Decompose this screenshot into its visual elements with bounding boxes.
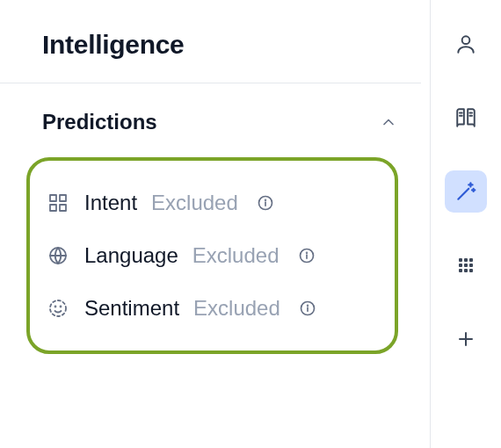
rail-add-button[interactable] bbox=[445, 318, 487, 360]
chevron-up-icon bbox=[379, 112, 398, 132]
svg-rect-32 bbox=[464, 264, 468, 267]
svg-point-18 bbox=[462, 36, 470, 44]
right-rail bbox=[430, 0, 501, 448]
prediction-status: Excluded bbox=[193, 296, 280, 321]
svg-rect-0 bbox=[50, 195, 56, 201]
info-icon[interactable] bbox=[298, 299, 317, 318]
svg-point-14 bbox=[61, 307, 62, 307]
svg-rect-30 bbox=[469, 258, 473, 262]
prediction-item-sentiment[interactable]: Sentiment Excluded bbox=[46, 282, 379, 335]
svg-rect-31 bbox=[459, 264, 462, 267]
svg-point-6 bbox=[265, 199, 265, 200]
svg-point-11 bbox=[306, 252, 307, 253]
rail-book-button[interactable] bbox=[445, 97, 487, 139]
svg-rect-34 bbox=[459, 269, 462, 272]
predictions-section-toggle[interactable]: Predictions bbox=[0, 83, 430, 154]
predictions-highlight: Intent Excluded Language Excluded bbox=[26, 157, 398, 354]
sentiment-icon bbox=[46, 296, 70, 321]
svg-rect-2 bbox=[50, 205, 56, 211]
svg-rect-1 bbox=[60, 195, 66, 201]
page-title: Intelligence bbox=[0, 30, 430, 83]
prediction-item-language[interactable]: Language Excluded bbox=[46, 229, 379, 282]
info-icon[interactable] bbox=[256, 193, 275, 213]
rail-user-button[interactable] bbox=[445, 23, 487, 65]
svg-point-12 bbox=[50, 300, 66, 316]
prediction-status: Excluded bbox=[151, 191, 238, 215]
prediction-label: Language bbox=[84, 243, 178, 268]
squares-icon bbox=[46, 191, 70, 215]
svg-line-23 bbox=[458, 189, 468, 199]
svg-rect-3 bbox=[60, 205, 66, 211]
prediction-status: Excluded bbox=[192, 243, 280, 268]
svg-point-13 bbox=[55, 307, 56, 307]
rail-wand-button[interactable] bbox=[445, 170, 487, 213]
svg-rect-35 bbox=[464, 269, 468, 272]
prediction-label: Sentiment bbox=[84, 296, 179, 321]
svg-rect-36 bbox=[469, 269, 473, 272]
svg-rect-28 bbox=[459, 258, 462, 262]
globe-icon bbox=[46, 243, 70, 268]
svg-rect-29 bbox=[464, 258, 468, 262]
svg-point-17 bbox=[307, 305, 308, 306]
prediction-item-intent[interactable]: Intent Excluded bbox=[46, 177, 379, 229]
rail-grid-button[interactable] bbox=[445, 244, 487, 286]
predictions-heading: Predictions bbox=[42, 110, 157, 134]
prediction-label: Intent bbox=[84, 191, 137, 215]
info-icon[interactable] bbox=[297, 246, 316, 265]
svg-rect-33 bbox=[469, 264, 473, 267]
